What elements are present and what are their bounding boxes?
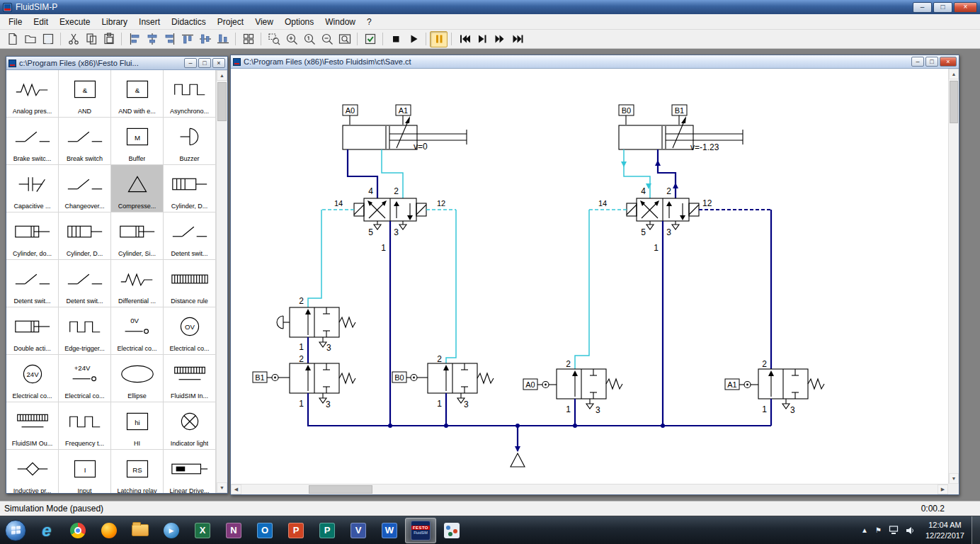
- library-item-analog-pres[interactable]: Analog pres...: [6, 70, 59, 118]
- align-center-horizontal-icon[interactable]: [143, 31, 161, 47]
- library-item-distance-rule[interactable]: Distance rule: [164, 260, 216, 307]
- copy-icon[interactable]: [82, 31, 100, 47]
- menu-project[interactable]: Project: [212, 15, 249, 29]
- firefox[interactable]: [93, 518, 125, 543]
- library-minimize-button[interactable]: –: [184, 58, 197, 68]
- maximize-button[interactable]: □: [933, 2, 952, 13]
- align-bottom-icon[interactable]: [214, 31, 232, 47]
- library-item-cylinder-si[interactable]: Cylinder, Si...: [111, 212, 164, 260]
- align-right-icon[interactable]: [161, 31, 178, 47]
- scroll-right-icon[interactable]: ▶: [938, 484, 948, 494]
- library-item-and-with-e[interactable]: &AND with e...: [111, 70, 164, 118]
- circuit-canvas[interactable]: A0 A1 v=0: [231, 69, 948, 483]
- library-restore-button[interactable]: □: [198, 58, 211, 68]
- library-window-titlebar[interactable]: c:\Program Files (x86)\Festo Flui... – □…: [6, 57, 227, 70]
- internet-explorer[interactable]: e: [31, 518, 62, 543]
- align-left-icon[interactable]: [125, 31, 143, 47]
- cut-icon[interactable]: [64, 31, 82, 47]
- stop-icon[interactable]: [387, 31, 404, 47]
- excel[interactable]: X: [187, 518, 218, 543]
- library-item-latching-relay[interactable]: RSLatching relay: [111, 450, 164, 493]
- circuit-vscroll-thumb[interactable]: [950, 81, 958, 123]
- zoom-out-icon[interactable]: [318, 31, 336, 47]
- library-item-brake-switc[interactable]: Brake switc...: [6, 118, 59, 165]
- simulate-to-state-change-icon[interactable]: [491, 31, 508, 47]
- library-item-differential[interactable]: Differential ...: [111, 260, 164, 307]
- circuit-check-icon[interactable]: [361, 31, 379, 47]
- grid-icon[interactable]: [239, 31, 257, 47]
- library-item-asynchrono[interactable]: Asynchrono...: [164, 70, 216, 118]
- circuit-close-button[interactable]: ×: [940, 57, 957, 67]
- save-icon[interactable]: [39, 31, 57, 47]
- zoom-selection-icon[interactable]: [265, 31, 283, 47]
- taskbar-clock[interactable]: 12:04 AM 12/22/2017: [925, 520, 964, 540]
- paste-icon[interactable]: [100, 31, 118, 47]
- start-button[interactable]: [0, 518, 31, 543]
- single-step-icon[interactable]: [473, 31, 491, 47]
- word[interactable]: W: [374, 518, 405, 543]
- hidden-icons-arrow[interactable]: ▲: [861, 526, 868, 534]
- library-item-fluidsim-ou[interactable]: FluidSIM Ou...: [6, 402, 59, 450]
- library-item-ellipse[interactable]: Ellipse: [111, 355, 164, 402]
- circuit-restore-button[interactable]: □: [925, 57, 938, 67]
- menu-options[interactable]: Options: [279, 15, 319, 29]
- library-item-cylinder-d[interactable]: Cylinder, D...: [164, 165, 216, 212]
- fluidsim[interactable]: FESTOFluidSIM: [405, 518, 436, 543]
- powerpoint[interactable]: P: [280, 518, 312, 543]
- library-item-buzzer[interactable]: Buzzer: [164, 118, 216, 165]
- library-item-electrical-co[interactable]: 24VElectrical co...: [6, 355, 59, 402]
- reset-icon[interactable]: [455, 31, 473, 47]
- outlook[interactable]: O: [249, 518, 280, 543]
- scroll-down-icon[interactable]: ▼: [217, 482, 227, 493]
- menu-edit[interactable]: Edit: [28, 15, 54, 29]
- menu-library[interactable]: Library: [96, 15, 133, 29]
- chrome[interactable]: [62, 518, 93, 543]
- onenote[interactable]: N: [218, 518, 249, 543]
- library-item-changeover[interactable]: Changeover...: [59, 165, 111, 212]
- library-item-electrical-co[interactable]: +24VElectrical co...: [59, 355, 111, 402]
- circuit-window-titlebar[interactable]: C:\Program Files (x86)\Festo Fluidsim\ct…: [231, 55, 959, 69]
- library-item-double-acti[interactable]: Double acti...: [6, 307, 59, 355]
- pause-icon[interactable]: [430, 31, 448, 47]
- library-item-electrical-co[interactable]: 0VElectrical co...: [111, 307, 164, 355]
- library-item-detent-swit[interactable]: Detent swit...: [59, 260, 111, 307]
- library-item-buffer[interactable]: MBuffer: [111, 118, 164, 165]
- zoom-in-icon[interactable]: [283, 31, 300, 47]
- library-item-linear-drive[interactable]: Linear Drive...: [164, 450, 216, 493]
- menu-window[interactable]: Window: [319, 15, 361, 29]
- menu-file[interactable]: File: [3, 15, 28, 29]
- library-scrollbar-thumb[interactable]: [217, 82, 227, 121]
- visio[interactable]: V: [343, 518, 374, 543]
- library-item-compresse[interactable]: Compresse...: [111, 165, 164, 212]
- close-button[interactable]: ×: [954, 2, 977, 13]
- library-item-cylinder-d[interactable]: Cylinder, D...: [59, 212, 111, 260]
- start-icon[interactable]: [404, 31, 422, 47]
- library-item-indicator-light[interactable]: Indicator light: [164, 402, 216, 450]
- menu-view[interactable]: View: [249, 15, 279, 29]
- circuit-vertical-scrollbar[interactable]: ▲ ▼: [948, 69, 959, 484]
- paint[interactable]: [436, 518, 467, 543]
- zoom-original-icon[interactable]: [300, 31, 318, 47]
- circuit-minimize-button[interactable]: –: [911, 57, 924, 67]
- scroll-down-icon[interactable]: ▼: [949, 473, 959, 484]
- volume-icon[interactable]: [906, 526, 915, 535]
- new-document-icon[interactable]: [4, 31, 21, 47]
- media-player[interactable]: ▶: [156, 518, 187, 543]
- library-item-frequency-t[interactable]: Frequency t...: [59, 402, 111, 450]
- circuit-horizontal-scrollbar[interactable]: ◀ ▶: [231, 484, 948, 494]
- network-icon[interactable]: [889, 526, 899, 535]
- align-top-icon[interactable]: [178, 31, 196, 47]
- library-item-capacitive[interactable]: Capacitive ...: [6, 165, 59, 212]
- library-item-input[interactable]: IInput: [59, 450, 111, 493]
- library-item-inductive-pr[interactable]: Inductive pr...: [6, 450, 59, 493]
- circuit-hscroll-thumb[interactable]: [309, 485, 372, 494]
- menu-didactics[interactable]: Didactics: [166, 15, 212, 29]
- library-item-and[interactable]: &AND: [59, 70, 111, 118]
- next-topic-icon[interactable]: [508, 31, 526, 47]
- library-item-fluidsim-in[interactable]: FluidSIM In...: [164, 355, 216, 402]
- windows-explorer[interactable]: [125, 518, 156, 543]
- library-item-hi[interactable]: hiHI: [111, 402, 164, 450]
- minimize-button[interactable]: –: [913, 2, 932, 13]
- open-folder-icon[interactable]: [21, 31, 39, 47]
- align-center-vertical-icon[interactable]: [196, 31, 214, 47]
